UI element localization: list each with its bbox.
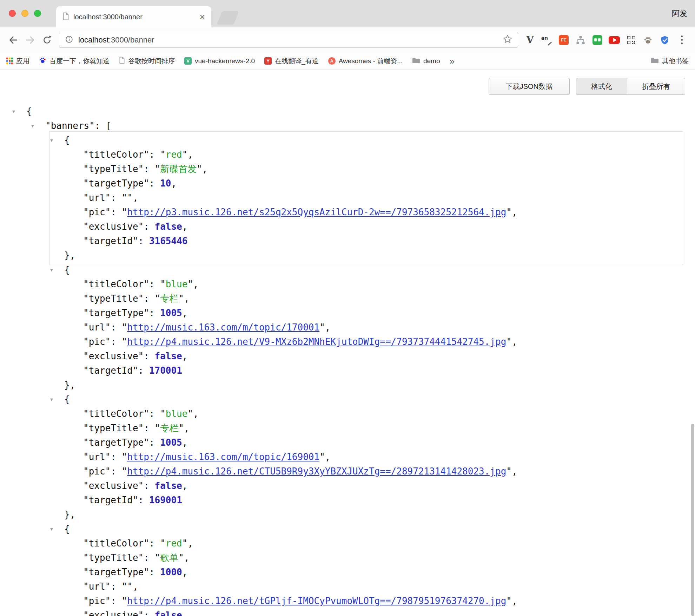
json-token: " bbox=[122, 336, 127, 347]
json-link[interactable]: http://p4.music.126.net/tGPljf-IMOCyPvum… bbox=[127, 596, 506, 606]
json-link[interactable]: http://p4.music.126.net/V9-MXz6b2MNhEKju… bbox=[127, 336, 506, 347]
sitemap-extension-icon[interactable] bbox=[572, 32, 589, 48]
forward-button[interactable] bbox=[22, 32, 39, 48]
json-line: "titleColor": "red", bbox=[0, 536, 695, 551]
collapse-toggle-icon[interactable]: ▼ bbox=[50, 392, 53, 407]
collapse-toggle-icon[interactable]: ▼ bbox=[50, 522, 53, 536]
browser-window: localhost:3000/banner × 阿发 localhost:300… bbox=[0, 0, 695, 616]
json-token: " bbox=[187, 279, 193, 289]
json-token: , bbox=[512, 207, 517, 217]
json-token: " bbox=[178, 293, 184, 304]
json-token: false bbox=[155, 610, 182, 616]
json-token: , bbox=[182, 567, 188, 577]
bookmarks-overflow-chevron[interactable]: » bbox=[450, 57, 455, 66]
json-token: , bbox=[512, 596, 517, 606]
json-token: 1005 bbox=[160, 437, 182, 448]
address-bar[interactable]: localhost:3000/banner bbox=[59, 32, 518, 48]
json-line: "targetId": 169001 bbox=[0, 493, 695, 507]
url-host: localhost bbox=[78, 35, 109, 44]
vimium-extension-icon[interactable]: V bbox=[522, 32, 538, 48]
json-token: "url" bbox=[83, 192, 111, 203]
json-token: 170001 bbox=[149, 365, 182, 376]
json-line: "targetType": 1005, bbox=[0, 435, 695, 450]
bookmark-google-sort[interactable]: 谷歌按时间排序 bbox=[119, 57, 175, 66]
json-token: "" bbox=[122, 192, 133, 203]
url-text: localhost:3000/banner bbox=[78, 35, 502, 45]
bookmark-youdao-translate[interactable]: Y 在线翻译_有道 bbox=[264, 57, 319, 66]
json-line: "exclusive": false, bbox=[0, 349, 695, 363]
json-line: "targetId": 170001 bbox=[0, 363, 695, 378]
json-token: : bbox=[144, 293, 154, 304]
baidu-paw-icon bbox=[39, 57, 46, 66]
browser-menu-icon[interactable] bbox=[673, 32, 690, 48]
other-bookmarks[interactable]: 其他书签 bbox=[651, 57, 689, 66]
json-token: , bbox=[133, 192, 138, 203]
scrollbar-thumb[interactable] bbox=[691, 424, 694, 616]
paw-extension-icon[interactable] bbox=[640, 32, 656, 48]
json-token: , bbox=[187, 538, 193, 549]
minimize-window-button[interactable] bbox=[21, 10, 28, 17]
tab-close-icon[interactable]: × bbox=[200, 12, 205, 21]
collapse-toggle-icon[interactable]: ▼ bbox=[12, 104, 15, 119]
json-token: " bbox=[506, 596, 512, 606]
json-token: " bbox=[319, 322, 325, 333]
json-token: "targetType" bbox=[83, 437, 149, 448]
translate-extension-icon[interactable]: en bbox=[538, 32, 555, 48]
youtube-extension-icon[interactable] bbox=[606, 32, 623, 48]
json-link[interactable]: http://music.163.com/m/topic/170001 bbox=[127, 322, 319, 333]
bookmark-baidu[interactable]: 百度一下，你就知道 bbox=[39, 57, 110, 66]
apps-grid-icon bbox=[6, 58, 13, 64]
json-token: , bbox=[182, 308, 188, 318]
json-token: , bbox=[202, 164, 208, 174]
json-token: : bbox=[111, 207, 121, 217]
new-tab-button[interactable] bbox=[217, 11, 239, 25]
reload-button[interactable] bbox=[39, 32, 55, 48]
json-token: " bbox=[160, 279, 166, 289]
collapse-toggle-icon[interactable]: ▼ bbox=[50, 263, 53, 277]
json-token: " bbox=[122, 466, 127, 477]
profile-name[interactable]: 阿发 bbox=[672, 8, 687, 19]
json-line: "pic": "http://p4.music.126.net/CTU5B9R9… bbox=[0, 464, 695, 479]
json-token: : bbox=[144, 423, 154, 433]
page-info-icon[interactable] bbox=[64, 34, 74, 46]
bookmark-label: 谷歌按时间排序 bbox=[128, 57, 175, 66]
close-window-button[interactable] bbox=[9, 10, 16, 17]
pen-icon bbox=[548, 41, 552, 45]
json-token: }, bbox=[64, 250, 75, 261]
zoom-window-button[interactable] bbox=[34, 10, 41, 17]
json-line: }, bbox=[0, 378, 695, 392]
json-token: { bbox=[64, 264, 70, 275]
json-token: " bbox=[155, 164, 160, 174]
json-line: ▼"banners": [ bbox=[0, 119, 695, 133]
bookmark-apps[interactable]: 应用 bbox=[6, 57, 29, 66]
back-button[interactable] bbox=[5, 32, 22, 48]
bookmark-label: 在线翻译_有道 bbox=[275, 57, 319, 66]
json-link[interactable]: http://music.163.com/m/topic/169001 bbox=[127, 452, 319, 462]
json-token: : bbox=[138, 236, 149, 246]
json-token: " bbox=[506, 336, 512, 347]
json-token: " bbox=[122, 322, 127, 333]
tampermonkey-extension-icon[interactable] bbox=[589, 32, 606, 48]
json-link[interactable]: http://p4.music.126.net/CTU5B9R9y3XyYBZX… bbox=[127, 466, 506, 477]
bookmark-awesomes[interactable]: A Awesomes - 前端资... bbox=[328, 57, 403, 66]
json-token: " bbox=[155, 293, 160, 304]
collapse-toggle-icon[interactable]: ▼ bbox=[31, 119, 34, 133]
download-json-button[interactable]: 下载JSON数据 bbox=[489, 78, 570, 95]
json-token: "typeTitle" bbox=[83, 164, 144, 174]
collapse-toggle-icon[interactable]: ▼ bbox=[50, 133, 53, 148]
format-button[interactable]: 格式化 bbox=[576, 78, 627, 95]
qrcode-extension-icon[interactable] bbox=[623, 32, 640, 48]
view-mode-segmented-control: 格式化 折叠所有 bbox=[576, 78, 685, 95]
json-link[interactable]: http://p3.music.126.net/s25q2x5QyqsAzilC… bbox=[127, 207, 506, 217]
bookmark-star-icon[interactable] bbox=[502, 34, 513, 46]
json-token: " bbox=[178, 423, 184, 433]
json-line: "typeTitle": "新碟首发", bbox=[0, 162, 695, 176]
collapse-all-button[interactable]: 折叠所有 bbox=[627, 78, 685, 95]
active-tab[interactable]: localhost:3000/banner × bbox=[56, 6, 211, 27]
fehelper-extension-icon[interactable]: FE bbox=[555, 32, 572, 48]
bookmark-demo-folder[interactable]: demo bbox=[412, 57, 440, 65]
bookmark-vue-hackernews[interactable]: V vue-hackernews-2.0 bbox=[184, 57, 255, 65]
json-token: 歌单 bbox=[160, 552, 178, 563]
security-shield-extension-icon[interactable] bbox=[656, 32, 673, 48]
json-token: " bbox=[160, 149, 166, 160]
